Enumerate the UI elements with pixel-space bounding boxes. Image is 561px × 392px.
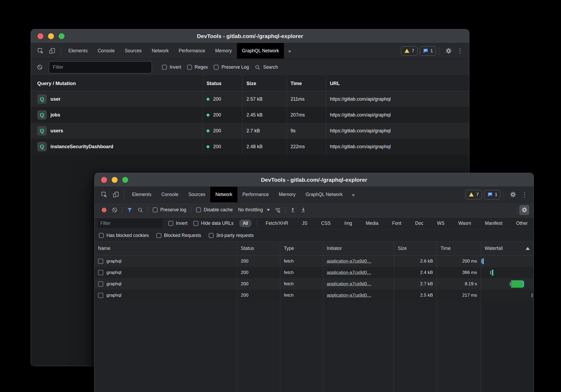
column-header-name[interactable]: Name [95,242,237,255]
clear-network-log-icon[interactable] [109,205,120,215]
network-conditions-icon[interactable] [273,205,283,215]
query-row[interactable]: Qjobs 200 2.45 kB 207ms https://gitlab.c… [31,107,469,123]
row-checkbox[interactable] [98,270,103,275]
column-header-size[interactable]: Size [394,242,437,255]
zoom-button[interactable] [122,177,128,183]
query-row[interactable]: Qusers 200 2.7 kB 9s https://gitlab.com/… [31,123,469,139]
type-filter-img[interactable]: Img [341,220,356,227]
request-row[interactable]: graphql 200 fetch application-a7ca9d0… 2… [95,255,534,267]
checkbox-box[interactable] [99,233,104,238]
invert-checkbox[interactable]: Invert [162,64,181,70]
type-filter-ws[interactable]: WS [434,220,448,227]
import-har-icon[interactable] [288,205,298,215]
network-filter-input[interactable] [98,219,162,228]
tab-memory[interactable]: Memory [210,43,237,59]
checkbox-box[interactable] [168,221,173,226]
device-toolbar-icon[interactable] [110,187,121,202]
column-header-query-mutation[interactable]: Query / Mutation [31,76,203,91]
disable-cache-checkbox[interactable]: Disable cache [196,207,233,213]
row-checkbox[interactable] [98,281,103,287]
search-icon[interactable] [135,205,146,215]
request-row[interactable]: graphql 200 fetch application-a7ca9d0… 2… [95,290,534,301]
regex-checkbox[interactable]: Regex [187,64,208,70]
throttling-dropdown[interactable]: No throttling [238,207,270,213]
initiator-link[interactable]: application-a7ca9d0… [327,270,371,275]
kebab-menu-icon[interactable]: ⋮ [519,190,530,199]
tab-graphql-network[interactable]: GraphQL Network [237,43,284,59]
type-filter-doc[interactable]: Doc [412,220,427,227]
tab-network[interactable]: Network [147,43,174,59]
issues-badge[interactable]: 1 [420,46,436,56]
type-filter-other[interactable]: Other [513,220,531,227]
device-toolbar-icon[interactable] [46,43,58,59]
warnings-badge[interactable]: 7 [465,190,482,199]
column-header-waterfall[interactable]: Waterfall [481,242,534,255]
initiator-link[interactable]: application-a7ca9d0… [327,293,371,298]
invert-checkbox[interactable]: Invert [168,221,188,226]
query-row[interactable]: QinstanceSecurityDashboard 200 2.48 kB 2… [31,139,469,155]
close-button[interactable] [101,177,107,183]
record-network-log-button[interactable] [99,205,109,215]
request-row[interactable]: graphql 200 fetch application-a7ca9d0… 2… [95,278,534,290]
graphql-filter-input[interactable] [49,61,152,73]
tab-console[interactable]: Console [156,187,183,202]
column-header-url[interactable]: URL [326,76,469,91]
inspect-element-icon[interactable] [98,187,110,202]
blocked-requests-checkbox[interactable]: Blocked Requests [156,233,201,238]
has-blocked-cookies-checkbox[interactable]: Has blocked cookies [99,233,149,238]
checkbox-box[interactable] [214,65,219,70]
column-header-size[interactable]: Size [243,76,287,91]
settings-gear-icon[interactable] [443,47,454,54]
more-tabs-button[interactable]: » [284,43,295,59]
column-header-status[interactable]: Status [237,242,280,255]
checkbox-box[interactable] [187,65,192,70]
close-button[interactable] [38,33,43,39]
tab-sources[interactable]: Sources [183,187,210,202]
type-filter-fetch-xhr[interactable]: Fetch/XHR [262,220,292,227]
checkbox-box[interactable] [153,207,158,212]
checkbox-box[interactable] [162,65,167,70]
network-settings-gear-icon[interactable] [519,205,529,215]
column-header-time[interactable]: Time [437,242,481,255]
row-checkbox[interactable] [98,259,103,264]
initiator-link[interactable]: application-a7ca9d0… [327,259,371,264]
clear-icon[interactable] [36,62,43,73]
initiator-link[interactable]: application-a7ca9d0… [327,281,371,287]
checkbox-box[interactable] [193,221,198,226]
type-filter-manifest[interactable]: Manifest [481,220,506,227]
type-filter-media[interactable]: Media [362,220,382,227]
tab-elements[interactable]: Elements [63,43,93,59]
type-filter-all[interactable]: All [239,220,251,227]
minimize-button[interactable] [48,33,54,39]
tab-graphql-network[interactable]: GraphQL Network [301,187,348,202]
zoom-button[interactable] [59,33,64,39]
more-tabs-button[interactable]: » [348,187,359,202]
type-filter-js[interactable]: JS [298,220,311,227]
column-header-status[interactable]: Status [203,76,243,91]
column-header-initiator[interactable]: Initiator [323,242,394,255]
checkbox-box[interactable] [196,207,201,212]
preserve-log-checkbox[interactable]: Preserve log [153,207,186,213]
export-har-icon[interactable] [298,205,309,215]
warnings-badge[interactable]: 7 [401,46,417,56]
tab-performance[interactable]: Performance [237,187,274,202]
kebab-menu-icon[interactable]: ⋮ [454,47,466,55]
checkbox-box[interactable] [209,233,214,238]
tab-memory[interactable]: Memory [274,187,301,202]
type-filter-css[interactable]: CSS [318,220,334,227]
inspect-element-icon[interactable] [35,43,46,59]
filter-funnel-icon[interactable] [124,205,135,215]
query-row[interactable]: Quser 200 2.57 kB 211ms https://gitlab.c… [31,91,469,107]
tab-sources[interactable]: Sources [120,43,147,59]
column-header-type[interactable]: Type [280,242,323,255]
request-row[interactable]: graphql 200 fetch application-a7ca9d0… 2… [95,267,534,278]
type-filter-font[interactable]: Font [389,220,405,227]
third-party-requests-checkbox[interactable]: 3rd-party requests [209,233,254,238]
tab-elements[interactable]: Elements [127,187,156,202]
tab-performance[interactable]: Performance [174,43,210,59]
tab-console[interactable]: Console [93,43,120,59]
minimize-button[interactable] [112,177,118,183]
row-checkbox[interactable] [98,293,103,298]
column-header-time[interactable]: Time [287,76,326,91]
type-filter-wasm[interactable]: Wasm [455,220,475,227]
